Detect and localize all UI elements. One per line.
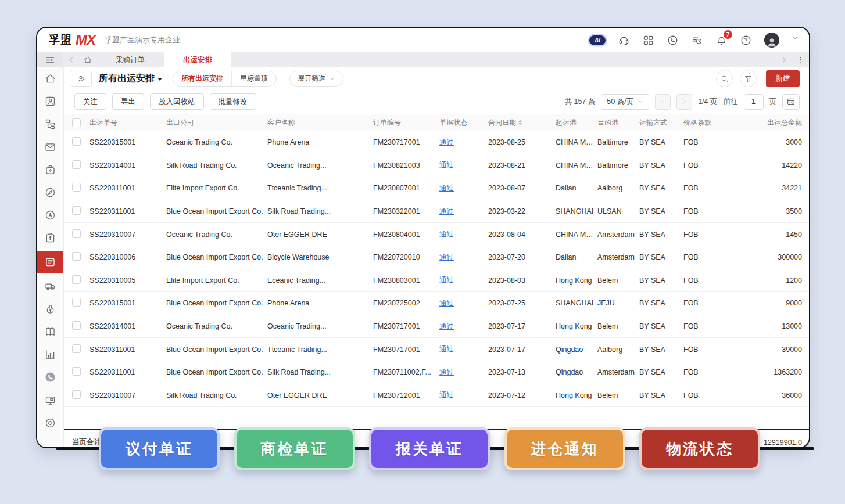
- status-link[interactable]: 通过: [439, 368, 454, 376]
- sidebar-item-finance-clipboard[interactable]: [37, 231, 63, 246]
- flow-button[interactable]: 议付单证: [101, 430, 217, 468]
- sidebar-item-mail[interactable]: [37, 139, 63, 154]
- tab-home-icon[interactable]: [79, 55, 96, 64]
- status-link[interactable]: 通过: [439, 161, 454, 169]
- status-link[interactable]: 通过: [439, 276, 454, 284]
- col-total-amount[interactable]: 出运总金额: [732, 118, 810, 128]
- table-row[interactable]: SS220310005 Elite Import Export Co. Ecea…: [64, 269, 809, 293]
- whatsapp-icon[interactable]: [667, 34, 679, 46]
- status-link[interactable]: 通过: [439, 207, 454, 215]
- col-client[interactable]: 客户名称: [266, 118, 372, 128]
- ai-assistant-button[interactable]: AI: [589, 35, 606, 45]
- goto-page-input[interactable]: [744, 94, 764, 110]
- row-checkbox[interactable]: [72, 275, 81, 284]
- status-link[interactable]: 通过: [439, 230, 454, 238]
- sidebar-item-whatsapp[interactable]: [37, 370, 63, 385]
- row-checkbox[interactable]: [72, 298, 81, 307]
- notifications-bell-icon[interactable]: 7: [715, 34, 728, 46]
- status-link[interactable]: 通过: [439, 391, 454, 399]
- sidebar-item-money[interactable]: [37, 301, 63, 316]
- column-settings-button[interactable]: [782, 94, 800, 110]
- sidebar-item-shipping-docs[interactable]: [37, 251, 63, 273]
- expand-filters-button[interactable]: 展开筛选: [289, 71, 343, 87]
- row-checkbox[interactable]: [72, 206, 81, 215]
- status-link[interactable]: 通过: [439, 345, 454, 353]
- prev-page-button[interactable]: [655, 94, 671, 110]
- pill-all-shipments[interactable]: 所有出运安排: [173, 71, 231, 86]
- select-all-checkbox[interactable]: [72, 118, 81, 127]
- batch-edit-button[interactable]: 批量修改: [210, 93, 256, 110]
- tab-forward-chevron-icon[interactable]: [776, 56, 792, 64]
- table-row[interactable]: SS220310007 Silk Road Trading Co. Oter E…: [64, 384, 809, 408]
- col-port-destination[interactable]: 目的港: [596, 118, 638, 128]
- col-port-loading[interactable]: 起运港: [554, 118, 596, 128]
- flow-button[interactable]: 进仓通知: [507, 430, 623, 468]
- sidebar-item-contacts[interactable]: [37, 94, 63, 109]
- status-link[interactable]: 通过: [439, 299, 454, 307]
- row-checkbox[interactable]: [72, 390, 81, 399]
- table-row[interactable]: SS220311001 Elite Import Export Co. Ttce…: [64, 177, 809, 200]
- row-checkbox[interactable]: [72, 252, 81, 261]
- help-icon[interactable]: [740, 34, 752, 46]
- user-avatar[interactable]: [764, 33, 779, 48]
- row-checkbox[interactable]: [72, 229, 81, 238]
- sidebar-item-business-bag[interactable]: [37, 162, 63, 177]
- next-page-button[interactable]: [676, 94, 692, 110]
- status-link[interactable]: 通过: [439, 138, 454, 146]
- sidebar-item-logistics[interactable]: [37, 279, 63, 294]
- flow-button[interactable]: 商检单证: [237, 430, 353, 468]
- col-status[interactable]: 单据状态: [438, 118, 487, 128]
- table-row[interactable]: SS220311001 Blue Ocean Import Export Co.…: [64, 200, 809, 224]
- row-checkbox[interactable]: [72, 321, 81, 330]
- col-shipment-no[interactable]: 出运单号: [88, 118, 165, 128]
- history-list-icon[interactable]: [691, 34, 703, 46]
- table-row[interactable]: SS220315001 Oceanic Trading Co. Phone Ar…: [64, 131, 809, 154]
- sort-icon[interactable]: [518, 120, 522, 125]
- col-order-no[interactable]: 订单编号: [372, 118, 438, 128]
- tab-back-chevron-icon[interactable]: [64, 56, 79, 64]
- sidebar-item-organization[interactable]: [37, 117, 63, 132]
- sidebar-item-discover[interactable]: [37, 185, 63, 200]
- sidebar-item-settings[interactable]: [37, 415, 63, 430]
- sidebar-item-reports[interactable]: [37, 347, 63, 362]
- sidebar-item-workstation[interactable]: [37, 393, 63, 408]
- row-checkbox[interactable]: [72, 367, 81, 376]
- table-row[interactable]: SS220310007 Oceanic Trading Co. Oter EGG…: [64, 223, 809, 246]
- table-row[interactable]: SS220311001 Blue Ocean Import Export Co.…: [64, 361, 809, 384]
- col-transport[interactable]: 运输方式: [638, 118, 682, 128]
- col-price-terms[interactable]: 价格条款: [682, 118, 732, 128]
- table-row[interactable]: SS220314001 Silk Road Trading Co. Oceani…: [64, 154, 809, 178]
- filter-button[interactable]: [740, 70, 757, 87]
- page-size-select[interactable]: 50 条/页: [601, 94, 649, 110]
- sidebar-collapse-button[interactable]: [37, 52, 63, 67]
- pill-star-pinned[interactable]: 星标置顶: [231, 71, 276, 86]
- flow-button[interactable]: 报关单证: [371, 430, 488, 468]
- tab-purchase-orders[interactable]: 采购订单: [96, 52, 164, 67]
- apps-grid-icon[interactable]: [642, 34, 654, 46]
- status-link[interactable]: 通过: [439, 322, 454, 330]
- table-row[interactable]: SS220315001 Blue Ocean Import Export Co.…: [64, 292, 809, 315]
- table-row[interactable]: SS220314001 Oceanic Trading Co. Oceanic …: [64, 315, 809, 339]
- row-checkbox[interactable]: [72, 344, 81, 353]
- tab-shipping-arrangement[interactable]: 出运安排: [164, 52, 231, 67]
- owner-filter-button[interactable]: [71, 71, 92, 87]
- sidebar-item-ledger[interactable]: [37, 324, 63, 339]
- headset-icon[interactable]: [618, 34, 630, 46]
- table-row[interactable]: SS220311001 Blue Ocean Import Export Co.…: [64, 338, 809, 361]
- tab-more-dots-icon[interactable]: [792, 56, 809, 64]
- new-record-button[interactable]: 新建: [766, 70, 800, 87]
- flow-button[interactable]: 物流状态: [642, 430, 758, 468]
- col-exporter[interactable]: 出口公司: [165, 118, 266, 128]
- recycle-bin-button[interactable]: 放入回收站: [150, 93, 204, 110]
- row-checkbox[interactable]: [72, 137, 81, 146]
- search-button[interactable]: [716, 70, 733, 87]
- export-button[interactable]: 导出: [112, 93, 144, 110]
- status-link[interactable]: 通过: [439, 184, 454, 192]
- row-checkbox[interactable]: [72, 183, 81, 192]
- view-title-dropdown[interactable]: 所有出运安排: [99, 73, 162, 85]
- status-link[interactable]: 通过: [439, 253, 454, 261]
- sidebar-item-assistant-a[interactable]: [37, 208, 63, 223]
- avatar-chevron-down-icon[interactable]: [792, 34, 799, 46]
- col-contract-date[interactable]: 合同日期: [487, 118, 554, 128]
- sidebar-item-home[interactable]: [37, 71, 63, 87]
